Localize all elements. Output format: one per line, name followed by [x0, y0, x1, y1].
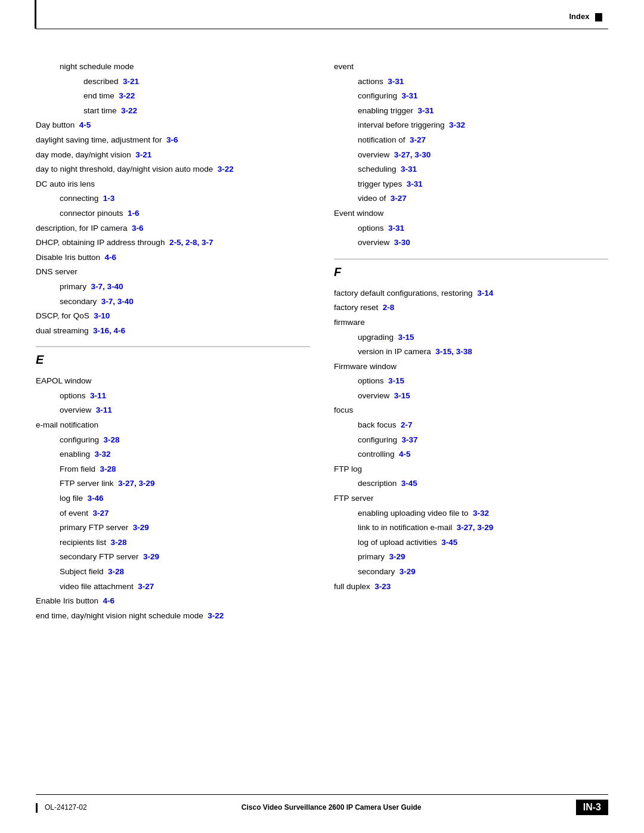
page-ref: 3-27 [391, 194, 407, 203]
list-item: firmware [334, 315, 608, 329]
footer: OL-24127-02 Cisco Video Surveillance 260… [36, 794, 608, 815]
list-item: overview 3-15 [334, 389, 608, 402]
page-ref: 3-31 [401, 165, 417, 174]
list-item: primary 3-29 [334, 550, 608, 563]
list-item: link to in notification e-mail 3-27, 3-2… [334, 521, 608, 534]
footer-page: IN-3 [576, 800, 608, 815]
page-ref: 3-28 [108, 567, 124, 576]
entry-text: Event window [334, 209, 383, 218]
list-item: overview 3-27, 3-30 [334, 148, 608, 162]
list-item: enabling 3-32 [36, 447, 310, 461]
list-item: factory default configurations, restorin… [334, 286, 608, 300]
list-item: From field 3-28 [36, 462, 310, 476]
page-ref: 3-29 [400, 567, 416, 576]
page-ref: 3-14 [477, 289, 493, 298]
page-ref: 3-32 [473, 509, 489, 518]
page-ref: 3-15 [394, 391, 410, 400]
entry-text: configuring 3-37 [334, 435, 418, 444]
entry-text: video file attachment 3-27 [36, 582, 154, 591]
page-ref: 3-46 [88, 494, 104, 503]
page-ref: 3-29 [143, 552, 159, 561]
entry-text: primary 3-7, 3-40 [36, 282, 123, 291]
left-column: night schedule mode described 3-21 end t… [36, 36, 310, 785]
entry-text: dual streaming 3-16, 4-6 [36, 326, 125, 335]
list-item: FTP log [334, 462, 608, 476]
entry-text: description 3-45 [334, 479, 417, 488]
list-item: FTP server link 3-27, 3-29 [36, 476, 310, 490]
page-ref: 3-23 [374, 582, 391, 591]
page-ref: 3-22 [119, 91, 135, 100]
entry-text: day to night threshold, day/night vision… [36, 165, 234, 174]
page-ref: 2-8 [383, 303, 395, 312]
page-ref: 3-6 [132, 224, 144, 233]
entry-text: night schedule mode [36, 62, 134, 71]
list-item: primary 3-7, 3-40 [36, 280, 310, 293]
page-ref: 3-11 [96, 405, 112, 414]
page-ref: 1-6 [128, 209, 140, 218]
entry-text: interval before triggering 3-32 [334, 120, 465, 129]
entry-text: full duplex 3-23 [334, 582, 391, 591]
page-ref: 3-37 [402, 435, 418, 444]
entry-text: secondary 3-7, 3-40 [36, 297, 134, 306]
page-ref: 3-29 [133, 523, 149, 532]
entry-text: trigger types 3-31 [334, 179, 423, 188]
list-item: upgrading 3-15 [334, 330, 608, 344]
page-ref: 3-22 [208, 611, 224, 620]
page-ref: 3-29 [389, 552, 405, 561]
list-item: overview 3-11 [36, 403, 310, 417]
entry-text: enabling uploading video file to 3-32 [334, 509, 489, 518]
list-item: secondary 3-7, 3-40 [36, 295, 310, 308]
entry-text: Enable Iris button 4-6 [36, 596, 114, 605]
entry-text: secondary FTP server 3-29 [36, 552, 159, 561]
list-item: DC auto iris lens [36, 177, 310, 191]
entry-text: day mode, day/night vision 3-21 [36, 150, 151, 159]
list-item: back focus 2-7 [334, 418, 608, 432]
entry-text: DHCP, obtaining IP address through 2-5, … [36, 238, 213, 247]
entry-text: primary 3-29 [334, 552, 405, 561]
page-ref: 3-28 [104, 435, 120, 444]
list-item: factory reset 2-8 [334, 301, 608, 314]
header-text: Index [569, 12, 589, 21]
entry-text: factory reset 2-8 [334, 303, 394, 312]
list-item: enabling trigger 3-31 [334, 104, 608, 117]
list-item: night schedule mode [36, 60, 310, 73]
list-item: Enable Iris button 4-6 [36, 594, 310, 608]
footer-line [36, 794, 608, 795]
entry-text: recipients list 3-28 [36, 538, 127, 547]
entry-text: description, for IP camera 3-6 [36, 224, 144, 233]
page-ref: 3-31 [418, 106, 434, 115]
page-ref: 1-3 [103, 194, 115, 203]
page-ref: 3-31 [402, 91, 418, 100]
entry-text: options 3-15 [334, 376, 404, 385]
page-ref: 4-6 [103, 596, 115, 605]
entry-text: overview 3-11 [36, 405, 112, 414]
header: Index [569, 12, 602, 21]
list-item: daylight saving time, adjustment for 3-6 [36, 133, 310, 147]
header-bar-icon [595, 13, 602, 21]
entry-text: e-mail notification [36, 420, 98, 429]
list-item: configuring 3-37 [334, 433, 608, 447]
list-item: Day button 4-5 [36, 118, 310, 132]
list-item: options 3-31 [334, 221, 608, 235]
page-ref: 2-7 [401, 420, 413, 429]
page-ref: 3-31 [388, 77, 404, 86]
entry-text: configuring 3-31 [334, 91, 418, 100]
list-item: log file 3-46 [36, 491, 310, 505]
list-item: controlling 4-5 [334, 447, 608, 461]
entry-text: start time 3-22 [36, 106, 137, 115]
list-item: of event 3-27 [36, 506, 310, 520]
entry-text: FTP log [334, 465, 362, 473]
footer-page-label: IN-3 [576, 800, 608, 815]
entry-text: actions 3-31 [334, 77, 404, 86]
page-ref: 3-22 [218, 165, 234, 174]
footer-doc-num: OL-24127-02 [45, 803, 87, 812]
page-ref: 3-21 [123, 77, 139, 86]
list-item: video of 3-27 [334, 191, 608, 205]
entry-text: notification of 3-27 [334, 135, 426, 144]
entry-text: From field 3-28 [36, 465, 116, 473]
page-ref: 3-7, 3-40 [91, 282, 123, 291]
entry-text: DC auto iris lens [36, 179, 95, 188]
list-item: recipients list 3-28 [36, 535, 310, 549]
page-ref: 3-21 [135, 150, 151, 159]
list-item: DHCP, obtaining IP address through 2-5, … [36, 236, 310, 249]
